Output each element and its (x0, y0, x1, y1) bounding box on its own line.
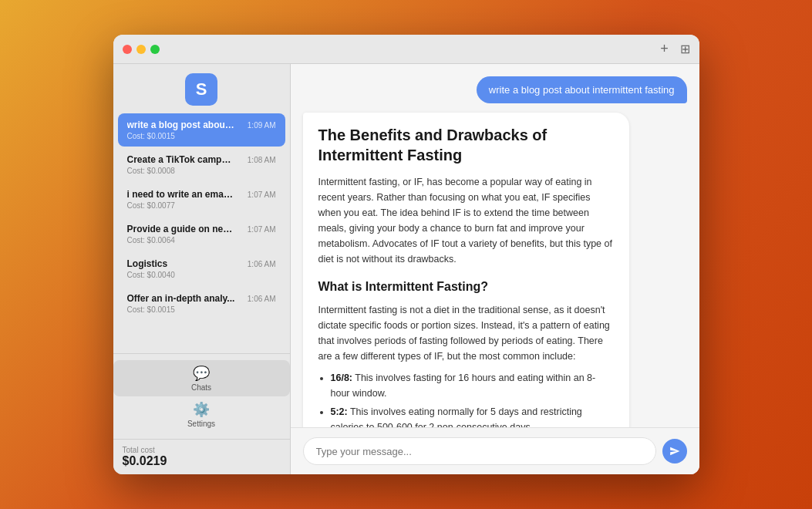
total-cost-section: Total cost $0.0219 (113, 439, 290, 474)
list-item: 5:2: This involves eating normally for 5… (331, 404, 614, 427)
chats-icon: 💬 (193, 365, 210, 382)
minimize-button[interactable] (136, 45, 146, 54)
close-button[interactable] (123, 45, 132, 54)
chat-item-title: Create a TikTok campaign (127, 154, 235, 165)
assistant-message: The Benefits and Drawbacks of Intermitte… (303, 113, 687, 427)
content-area: S write a blog post about... 1:09 AM Cos… (113, 64, 699, 474)
sidebar-item-chats[interactable]: 💬 Chats (113, 360, 290, 396)
chat-item[interactable]: Create a TikTok campaign 1:08 AM Cost: $… (118, 148, 285, 181)
sidebar-toggle-icon[interactable]: ⊞ (680, 42, 690, 56)
blog-intro: Intermittent fasting, or IF, has become … (318, 174, 614, 267)
blog-section1-title: What is Intermittent Fasting? (318, 278, 614, 296)
app-window: + ⊞ S write a blog post about... 1:09 AM… (113, 35, 699, 474)
send-icon (669, 446, 680, 457)
chat-item-cost: Cost: $0.0077 (127, 201, 276, 210)
input-area (291, 427, 699, 474)
sidebar-item-settings[interactable]: ⚙️ Settings (113, 396, 290, 433)
settings-label: Settings (187, 420, 215, 428)
chat-item-title: Offer an in-depth analy... (127, 293, 235, 304)
total-cost-value: $0.0219 (123, 454, 281, 468)
total-cost-label: Total cost (123, 446, 281, 454)
chat-item-time: 1:09 AM (248, 121, 276, 130)
chat-item[interactable]: Provide a guide on netw... 1:07 AM Cost:… (118, 217, 285, 251)
chat-item-title: Logistics (127, 258, 168, 269)
chat-item-cost: Cost: $0.0040 (127, 271, 276, 279)
blog-title: The Benefits and Drawbacks of Intermitte… (318, 125, 614, 165)
list-text: This involves eating normally for 5 days… (331, 406, 582, 427)
app-logo: S (185, 73, 217, 106)
send-button[interactable] (662, 439, 687, 463)
traffic-lights (123, 45, 160, 54)
chat-item-time: 1:08 AM (248, 156, 276, 164)
chat-item-time: 1:07 AM (248, 190, 276, 199)
chat-item-time: 1:06 AM (248, 295, 276, 303)
blog-section1-text: Intermittent fasting is not a diet in th… (318, 302, 614, 364)
list-item: 16/8: This involves fasting for 16 hours… (331, 370, 614, 401)
user-message-bubble: write a blog post about intermittent fas… (477, 76, 687, 103)
user-message: write a blog post about intermittent fas… (303, 76, 687, 103)
chat-item-title: i need to write an email... (127, 189, 235, 200)
chat-item[interactable]: Logistics 1:06 AM Cost: $0.0040 (118, 252, 285, 285)
chat-item-cost: Cost: $0.0008 (127, 167, 276, 175)
chat-item[interactable]: Offer an in-depth analy... 1:06 AM Cost:… (118, 287, 285, 320)
maximize-button[interactable] (150, 45, 160, 54)
list-text: This involves fasting for 16 hours and e… (331, 372, 596, 399)
chat-item-cost: Cost: $0.0015 (127, 132, 276, 140)
chat-item-time: 1:06 AM (248, 260, 276, 268)
new-chat-button[interactable]: + (655, 40, 674, 59)
chat-list: write a blog post about... 1:09 AM Cost:… (113, 112, 290, 353)
sidebar: S write a blog post about... 1:09 AM Cos… (113, 64, 291, 474)
chat-item[interactable]: i need to write an email... 1:07 AM Cost… (118, 183, 285, 216)
chat-item[interactable]: write a blog post about... 1:09 AM Cost:… (118, 113, 285, 147)
blog-section1-list: 16/8: This involves fasting for 16 hours… (318, 370, 614, 427)
chats-label: Chats (191, 383, 211, 392)
chat-item-title: write a blog post about... (127, 120, 235, 130)
sidebar-nav: 💬 Chats ⚙️ Settings (113, 353, 290, 439)
messages-area: write a blog post about intermittent fas… (291, 64, 699, 427)
main-chat-area: write a blog post about intermittent fas… (291, 64, 699, 474)
assistant-message-bubble: The Benefits and Drawbacks of Intermitte… (303, 113, 629, 427)
chat-item-cost: Cost: $0.0064 (127, 236, 276, 244)
settings-icon: ⚙️ (193, 401, 210, 418)
list-term: 5:2: (331, 406, 348, 417)
message-input[interactable] (303, 437, 656, 465)
chat-item-time: 1:07 AM (248, 225, 276, 234)
chat-item-title: Provide a guide on netw... (127, 224, 235, 234)
chat-item-cost: Cost: $0.0015 (127, 305, 276, 314)
list-term: 16/8: (331, 372, 353, 383)
titlebar: + ⊞ (113, 35, 699, 64)
